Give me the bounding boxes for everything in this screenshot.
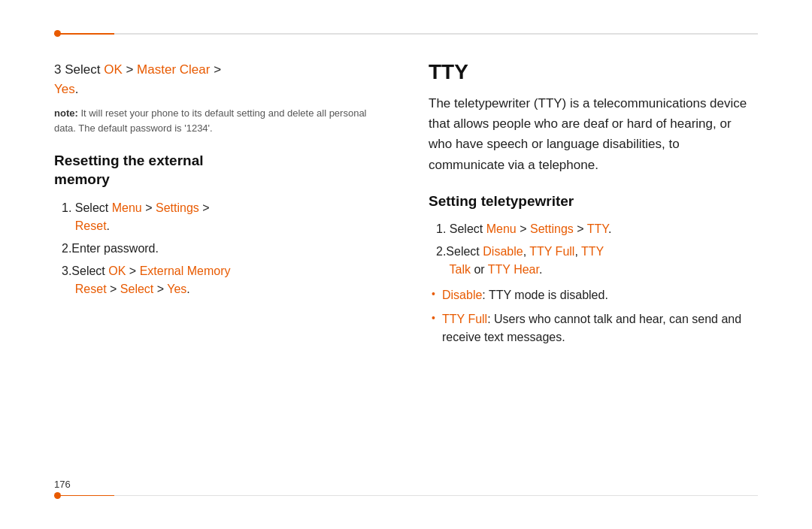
step3-prefix: 3 Select	[54, 62, 104, 77]
list-item: 2.Select Disable, TTY Full, TTY Talk or …	[436, 243, 758, 279]
note-label: note:	[54, 107, 78, 119]
sep1: >	[517, 222, 530, 235]
step3-yes: Yes	[54, 82, 75, 96]
step-prefix: Select	[71, 264, 108, 277]
step-ok: OK	[108, 264, 126, 277]
tty-steps-list: 1. Select Menu > Settings > TTY. 2.Selec…	[436, 220, 758, 279]
step-sep1: >	[142, 201, 156, 214]
tty-hear: TTY Hear	[488, 263, 539, 276]
note-paragraph: note: It will reset your phone to its de…	[54, 106, 383, 135]
top-decorative-line	[54, 33, 758, 35]
right-column: TTY The teletypewriter (TTY) is a teleco…	[429, 45, 758, 484]
step-reset: Reset	[75, 219, 107, 232]
step-menu: Menu	[112, 201, 142, 214]
step-sep3: >	[153, 283, 167, 295]
step-period: .	[107, 219, 110, 232]
step3-sep2: >	[210, 62, 221, 77]
sep1: ,	[523, 245, 530, 258]
list-item: 2.Enter password.	[62, 240, 383, 258]
step3-period: .	[75, 82, 79, 96]
main-content: 3 Select OK > Master Clear > Yes. note: …	[54, 45, 758, 484]
step3-text: 3 Select OK > Master Clear > Yes.	[54, 60, 383, 98]
step-num: 3.	[62, 264, 71, 277]
step-settings: Settings	[156, 201, 199, 214]
step-num: 2.	[62, 242, 71, 255]
step-sep2: >	[199, 201, 210, 214]
bottom-decorative-line	[54, 495, 758, 497]
list-item: 1. Select Menu > Settings > Reset.	[62, 199, 383, 235]
step3-sep1: >	[123, 62, 137, 77]
sep3: or	[471, 263, 488, 276]
tty-disable: Disable	[483, 245, 523, 258]
step-enter-pwd: Enter password.	[71, 242, 159, 255]
step-num: 2.	[436, 245, 446, 258]
tty-description: The teletypewriter (TTY) is a telecommun…	[429, 93, 758, 175]
step-prefix: Select	[446, 245, 483, 258]
tty-full: TTY Full	[529, 245, 574, 258]
sep2: >	[574, 222, 587, 235]
step-num: 1.	[62, 201, 75, 214]
tty-heading: TTY	[429, 60, 758, 84]
step-period: .	[186, 283, 189, 295]
bullet-disable-label: Disable	[442, 289, 482, 301]
list-item: Disable: TTY mode is disabled.	[432, 286, 758, 304]
setting-tty-heading: Setting teletypewriter	[429, 193, 758, 210]
tty-bullet-list: Disable: TTY mode is disabled. TTY Full:…	[432, 286, 758, 346]
reset-external-memory-heading: Resetting the external memory	[54, 152, 383, 189]
step-select: Select	[120, 283, 153, 295]
step3-master-clear: Master Clear	[137, 62, 210, 77]
bullet-ttyfull-label: TTY Full	[442, 313, 487, 325]
sep2: ,	[574, 245, 581, 258]
step-prefix: Select	[75, 201, 112, 214]
step-prefix: Select	[450, 222, 486, 235]
list-item: 3.Select OK > External Memory Reset > Se…	[62, 262, 383, 298]
bullet-ttyfull-text: : Users who cannot talk and hear, can se…	[442, 313, 741, 343]
step-sep1: >	[126, 264, 139, 277]
step3-ok: OK	[104, 62, 123, 77]
tty-menu: Menu	[486, 222, 517, 235]
bullet-disable-text: : TTY mode is disabled.	[482, 289, 608, 301]
period: .	[539, 263, 542, 276]
note-body: It will reset your phone to its default …	[54, 107, 367, 134]
list-item: TTY Full: Users who cannot talk and hear…	[432, 310, 758, 346]
list-item: 1. Select Menu > Settings > TTY.	[436, 220, 758, 238]
step-yes: Yes	[167, 283, 186, 295]
reset-steps-list: 1. Select Menu > Settings > Reset. 2.Ent…	[62, 199, 383, 298]
tty-link: TTY	[587, 222, 608, 235]
tty-settings: Settings	[530, 222, 574, 235]
step-num: 1.	[436, 222, 450, 235]
period: .	[608, 222, 611, 235]
step-sep2: >	[107, 283, 120, 295]
left-column: 3 Select OK > Master Clear > Yes. note: …	[54, 45, 383, 484]
